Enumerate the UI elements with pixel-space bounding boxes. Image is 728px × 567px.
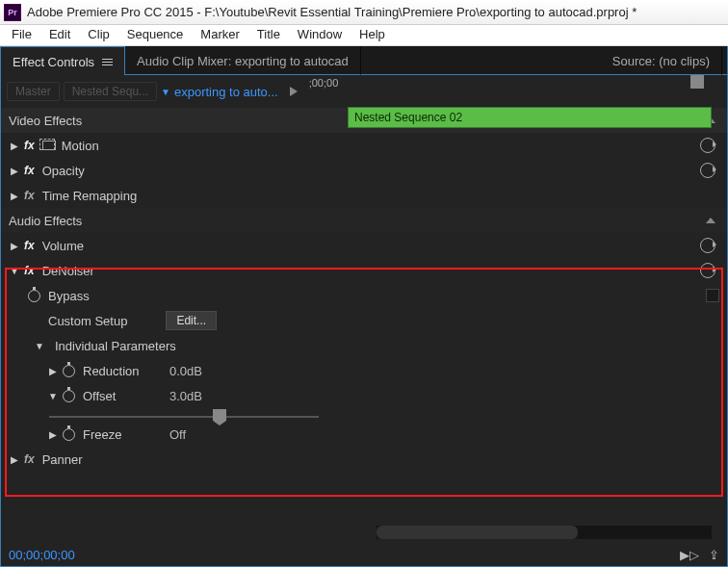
clip-strip[interactable]: Nested Sequence 02 xyxy=(348,107,712,128)
param-label: Bypass xyxy=(48,289,689,303)
group-individual-parameters[interactable]: Individual Parameters xyxy=(1,333,727,358)
effect-controls-panel: Master Nested Sequ... ▼ exporting to aut… xyxy=(0,75,728,567)
fx-icon[interactable]: fx xyxy=(24,239,35,252)
param-label: Custom Setup xyxy=(48,314,127,328)
menu-title[interactable]: Title xyxy=(249,25,288,45)
collapse-icon[interactable] xyxy=(34,341,45,351)
tab-row: Effect Controls Audio Clip Mixer: export… xyxy=(0,46,728,75)
expand-icon[interactable] xyxy=(9,166,20,176)
group-label: Individual Parameters xyxy=(55,339,719,353)
param-label: Freeze xyxy=(83,427,169,442)
expand-icon[interactable] xyxy=(9,241,20,251)
effect-label: Motion xyxy=(62,139,700,153)
param-label: Offset xyxy=(83,389,169,403)
timeline-scrollbar[interactable] xyxy=(377,526,712,539)
menu-help[interactable]: Help xyxy=(351,25,393,45)
effect-denoiser[interactable]: fx DeNoiser xyxy=(1,258,727,283)
timeline-ruler[interactable]: ;00;00 xyxy=(307,75,721,108)
collapse-icon[interactable] xyxy=(706,218,715,223)
panel-area: Effect Controls Audio Clip Mixer: export… xyxy=(0,46,728,567)
section-label: Audio Effects xyxy=(9,214,706,228)
reset-icon[interactable] xyxy=(700,163,715,178)
scrollbar-thumb[interactable] xyxy=(377,526,578,539)
fx-icon[interactable]: fx xyxy=(24,164,35,177)
breadcrumb-nested[interactable]: Nested Sequ... xyxy=(64,82,157,101)
tab-label: Source: (no clips) xyxy=(612,54,710,68)
offset-slider[interactable] xyxy=(1,408,727,422)
effect-label: Volume xyxy=(42,239,700,253)
tab-audio-mixer[interactable]: Audio Clip Mixer: exporting to autocad xyxy=(125,46,361,75)
slider-track[interactable] xyxy=(49,416,319,418)
effect-label: Panner xyxy=(42,452,719,467)
panel-menu-icon[interactable] xyxy=(102,59,113,65)
expand-icon[interactable] xyxy=(47,429,59,440)
effect-volume[interactable]: fx Volume xyxy=(1,233,727,258)
loop-icon[interactable]: ▶▷ xyxy=(680,548,699,562)
fx-icon[interactable]: fx xyxy=(24,189,35,202)
fx-icon[interactable]: fx xyxy=(24,139,35,152)
bottom-bar: 00;00;00;00 ▶▷ ⇪ xyxy=(1,543,727,566)
breadcrumb: Master Nested Sequ... ▼ exporting to aut… xyxy=(1,75,727,108)
menu-marker[interactable]: Marker xyxy=(193,25,247,45)
effect-opacity[interactable]: fx Opacity xyxy=(1,158,727,183)
stopwatch-icon[interactable] xyxy=(28,290,40,302)
param-value[interactable]: 3.0dB xyxy=(169,389,227,403)
tab-label: Effect Controls xyxy=(13,55,94,69)
expand-icon[interactable] xyxy=(9,454,20,465)
menu-clip[interactable]: Clip xyxy=(80,25,117,45)
effect-label: DeNoiser xyxy=(42,264,700,278)
collapse-icon[interactable] xyxy=(47,391,59,401)
reset-icon[interactable] xyxy=(700,138,715,153)
fx-icon[interactable]: fx xyxy=(24,452,35,466)
tab-effect-controls[interactable]: Effect Controls xyxy=(0,46,125,75)
menu-edit[interactable]: Edit xyxy=(41,25,78,45)
section-audio-effects[interactable]: Audio Effects xyxy=(1,208,727,233)
param-offset[interactable]: Offset 3.0dB xyxy=(1,383,727,408)
expand-icon[interactable] xyxy=(9,141,20,151)
effect-motion[interactable]: fx Motion xyxy=(1,133,727,158)
param-value[interactable]: 0.0dB xyxy=(169,364,227,378)
title-bar: Pr Adobe Premiere Pro CC 2015 - F:\Youtu… xyxy=(0,0,728,25)
export-icon[interactable]: ⇪ xyxy=(709,548,719,562)
param-label: Reduction xyxy=(83,364,169,378)
menu-sequence[interactable]: Sequence xyxy=(119,25,192,45)
stopwatch-icon[interactable] xyxy=(63,390,75,402)
timeline-tick: ;00;00 xyxy=(309,77,339,89)
param-reduction[interactable]: Reduction 0.0dB xyxy=(1,358,727,383)
breadcrumb-clip[interactable]: exporting to auto... xyxy=(174,85,278,99)
reset-icon[interactable] xyxy=(700,238,715,253)
param-custom-setup: Custom Setup Edit... xyxy=(1,308,727,333)
tab-source[interactable]: Source: (no clips) xyxy=(601,46,722,75)
reset-icon[interactable] xyxy=(700,263,715,278)
effect-panner[interactable]: fx Panner xyxy=(1,447,727,472)
expand-icon[interactable] xyxy=(9,191,20,201)
effect-time-remapping[interactable]: fx Time Remapping xyxy=(1,183,727,208)
stopwatch-icon[interactable] xyxy=(63,365,75,377)
menu-bar: File Edit Clip Sequence Marker Title Win… xyxy=(0,25,728,46)
collapse-icon[interactable] xyxy=(9,266,20,276)
motion-icon xyxy=(42,141,56,150)
timecode[interactable]: 00;00;00;00 xyxy=(9,548,75,562)
expand-icon[interactable] xyxy=(47,366,59,376)
edit-button[interactable]: Edit... xyxy=(166,311,217,330)
param-bypass[interactable]: Bypass xyxy=(1,283,727,308)
effect-label: Opacity xyxy=(42,164,700,178)
stopwatch-icon[interactable] xyxy=(63,428,75,441)
tab-label: Audio Clip Mixer: exporting to autocad xyxy=(137,54,349,68)
menu-file[interactable]: File xyxy=(4,25,39,45)
play-icon[interactable] xyxy=(290,87,298,96)
timeline-playhead[interactable] xyxy=(690,75,704,89)
breadcrumb-master[interactable]: Master xyxy=(7,82,60,101)
effect-label: Time Remapping xyxy=(42,189,719,203)
param-freeze[interactable]: Freeze Off xyxy=(1,422,727,447)
param-value[interactable]: Off xyxy=(169,427,227,442)
fx-icon[interactable]: fx xyxy=(24,264,35,277)
bypass-checkbox[interactable] xyxy=(706,289,719,302)
chevron-down-icon[interactable]: ▼ xyxy=(161,87,170,97)
app-icon: Pr xyxy=(4,4,21,21)
slider-thumb[interactable] xyxy=(213,409,226,421)
menu-window[interactable]: Window xyxy=(290,25,350,45)
window-title: Adobe Premiere Pro CC 2015 - F:\Youtube\… xyxy=(27,5,637,19)
